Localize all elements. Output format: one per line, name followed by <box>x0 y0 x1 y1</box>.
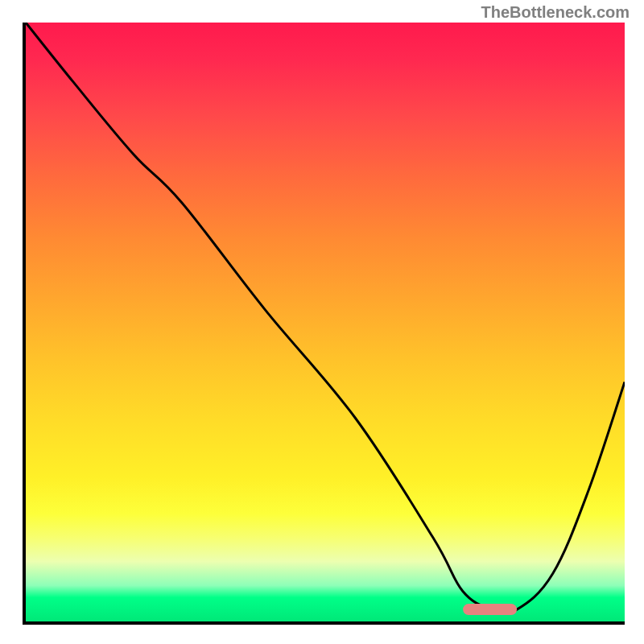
watermark-text: TheBottleneck.com <box>481 3 630 22</box>
chart-plot-area <box>23 23 625 625</box>
chart-container: TheBottleneck.com <box>0 0 644 644</box>
minimum-marker <box>463 604 517 615</box>
chart-svg <box>26 23 625 621</box>
bottleneck-curve-line <box>26 23 625 613</box>
